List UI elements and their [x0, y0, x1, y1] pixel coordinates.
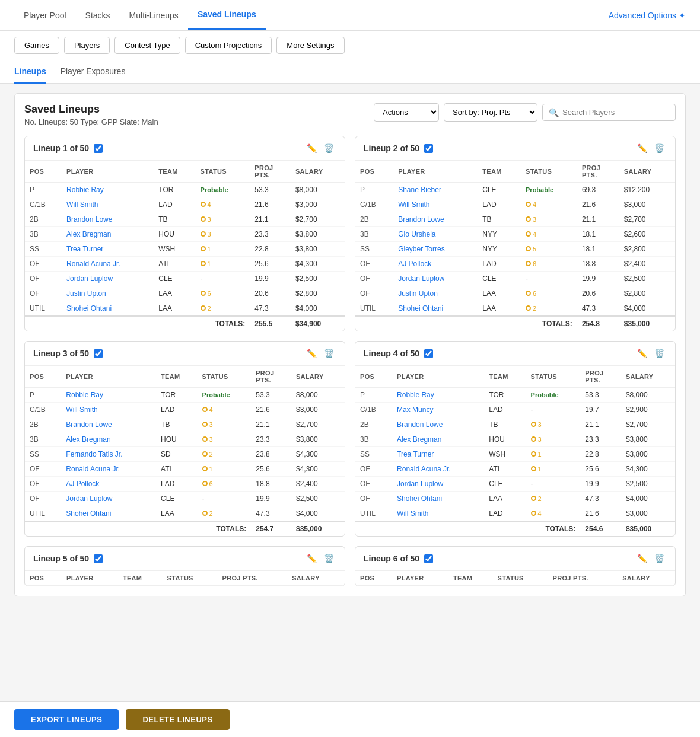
lineup-edit-btn-3[interactable]: ✏️ — [304, 347, 319, 359]
lineup-delete-btn-1[interactable]: 🗑️ — [322, 142, 336, 154]
row-proj: 18.8 — [577, 257, 619, 272]
row-player[interactable]: Brandon Lowe — [62, 212, 154, 227]
lineup-delete-btn-5[interactable]: 🗑️ — [322, 553, 336, 564]
lineup-edit-btn-2[interactable]: ✏️ — [635, 142, 650, 154]
sub-nav-contest-type[interactable]: Contest Type — [114, 37, 180, 54]
lineup-checkbox-2[interactable] — [424, 144, 433, 153]
tab-lineups[interactable]: Lineups — [14, 60, 46, 84]
row-team: LAA — [156, 506, 198, 522]
row-player[interactable]: AJ Pollock — [61, 477, 156, 492]
actions-dropdown[interactable]: Actions — [374, 103, 439, 122]
row-player[interactable]: Jordan Luplow — [62, 272, 154, 286]
nav-saved-lineups[interactable]: Saved Lineups — [188, 0, 266, 30]
sub-nav-games[interactable]: Games — [14, 37, 59, 54]
row-player[interactable]: Brandon Lowe — [61, 417, 156, 432]
lineup-edit-btn-1[interactable]: ✏️ — [304, 142, 319, 154]
row-player[interactable]: Ronald Acuna Jr. — [392, 462, 484, 477]
lineup-checkbox-5[interactable] — [94, 554, 103, 563]
row-player[interactable]: Jordan Luplow — [61, 492, 156, 506]
lineup-checkbox-1[interactable] — [94, 144, 103, 153]
row-team: LAD — [156, 403, 198, 417]
row-player[interactable]: Will Smith — [61, 403, 156, 417]
row-proj: 23.3 — [250, 227, 291, 242]
row-player[interactable]: Max Muncy — [392, 403, 484, 417]
row-player[interactable]: Will Smith — [392, 506, 484, 522]
row-pos: 2B — [355, 417, 392, 432]
row-salary: $4,000 — [291, 506, 345, 522]
sub-nav-players[interactable]: Players — [64, 37, 110, 54]
sort-dropdown[interactable]: Sort by: Proj. Pts — [444, 103, 537, 122]
lineup-delete-btn-4[interactable]: 🗑️ — [652, 347, 667, 359]
nav-stacks[interactable]: Stacks — [76, 1, 120, 30]
row-player[interactable]: Justin Upton — [62, 286, 154, 301]
delete-lineups-button[interactable]: DELETE LINEUPS — [126, 709, 229, 730]
row-player[interactable]: Robbie Ray — [61, 388, 156, 403]
row-player[interactable]: Alex Bregman — [392, 432, 484, 447]
col-proj: PROJPTS. — [577, 161, 619, 183]
row-player[interactable]: Gio Urshela — [393, 227, 478, 242]
row-pos: OF — [25, 462, 61, 477]
row-team: TB — [156, 417, 198, 432]
row-player[interactable]: Gleyber Torres — [393, 242, 478, 257]
lineup-delete-btn-2[interactable]: 🗑️ — [652, 142, 667, 154]
row-team: CLE — [478, 272, 521, 286]
row-salary: $2,600 — [619, 227, 675, 242]
lineup-edit-btn-6[interactable]: ✏️ — [635, 553, 650, 564]
lineup-checkbox-4[interactable] — [424, 349, 433, 358]
search-input[interactable] — [562, 104, 669, 120]
row-player[interactable]: Brandon Lowe — [392, 417, 484, 432]
row-player[interactable]: Robbie Ray — [62, 183, 154, 197]
sub-nav-more-settings[interactable]: More Settings — [276, 37, 344, 54]
row-salary: $3,800 — [621, 432, 675, 447]
advanced-options-link[interactable]: Advanced Options ✦ — [609, 11, 686, 20]
row-salary: $3,800 — [291, 242, 345, 257]
lineup-edit-btn-4[interactable]: ✏️ — [635, 347, 650, 359]
row-player[interactable]: Robbie Ray — [392, 388, 484, 403]
row-team: CLE — [478, 183, 521, 197]
row-status: 6 — [196, 286, 250, 301]
row-player[interactable]: Shohei Ohtani — [61, 506, 156, 522]
row-player[interactable]: Ronald Acuna Jr. — [61, 462, 156, 477]
nav-player-pool[interactable]: Player Pool — [14, 1, 76, 30]
row-player[interactable]: Will Smith — [393, 197, 478, 212]
row-proj: 18.1 — [577, 242, 619, 257]
top-nav: Player Pool Stacks Multi-Lineups Saved L… — [0, 0, 700, 31]
nav-multi-lineups[interactable]: Multi-Lineups — [120, 1, 188, 30]
row-player[interactable]: Jordan Luplow — [392, 477, 484, 492]
tab-player-exposures[interactable]: Player Exposures — [61, 60, 126, 84]
row-pos: UTIL — [25, 301, 62, 317]
col-salary: SALARY — [618, 571, 675, 586]
table-row: P Robbie Ray TOR Probable 53.3 $8,000 — [355, 388, 675, 403]
col-player: PLAYER — [393, 161, 478, 183]
row-player[interactable]: Justin Upton — [393, 286, 478, 301]
row-player[interactable]: Trea Turner — [392, 447, 484, 462]
row-player[interactable]: Shohei Ohtani — [392, 492, 484, 506]
row-player[interactable]: Ronald Acuna Jr. — [62, 257, 154, 272]
lineup-checkbox-6[interactable] — [424, 554, 433, 563]
sub-nav-custom-projections[interactable]: Custom Projections — [185, 37, 272, 54]
row-player[interactable]: AJ Pollock — [393, 257, 478, 272]
row-team: LAA — [478, 286, 521, 301]
row-player[interactable]: Jordan Luplow — [393, 272, 478, 286]
row-player[interactable]: Shane Bieber — [393, 183, 478, 197]
row-status: 5 — [521, 242, 577, 257]
row-player[interactable]: Brandon Lowe — [393, 212, 478, 227]
lineup-delete-btn-3[interactable]: 🗑️ — [322, 347, 336, 359]
lineup-checkbox-3[interactable] — [94, 349, 103, 358]
row-team: ATL — [156, 462, 198, 477]
row-player[interactable]: Trea Turner — [62, 242, 154, 257]
row-player[interactable]: Alex Bregman — [61, 432, 156, 447]
row-player[interactable]: Shohei Ohtani — [62, 301, 154, 317]
row-player[interactable]: Shohei Ohtani — [393, 301, 478, 317]
row-salary: $3,800 — [291, 227, 345, 242]
lineup-edit-btn-5[interactable]: ✏️ — [304, 553, 319, 564]
row-player[interactable]: Alex Bregman — [62, 227, 154, 242]
export-lineups-button[interactable]: EXPORT LINEUPS — [14, 709, 119, 730]
row-player[interactable]: Will Smith — [62, 197, 154, 212]
row-player[interactable]: Fernando Tatis Jr. — [61, 447, 156, 462]
row-status: 3 — [526, 432, 581, 447]
row-team: CLE — [154, 272, 195, 286]
lineup-delete-btn-6[interactable]: 🗑️ — [652, 553, 667, 564]
row-pos: OF — [355, 492, 392, 506]
row-pos: 3B — [25, 227, 62, 242]
